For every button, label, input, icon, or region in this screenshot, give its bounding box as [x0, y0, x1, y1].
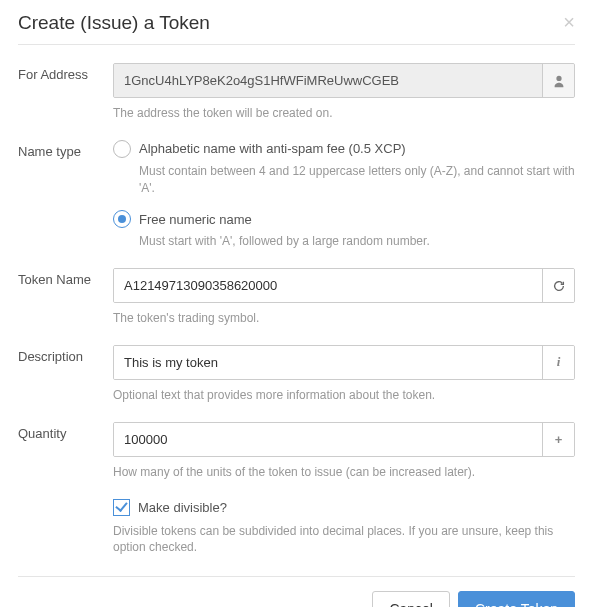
description-label: Description: [18, 345, 113, 366]
cancel-button[interactable]: Cancel: [372, 591, 450, 607]
description-input[interactable]: [114, 346, 542, 379]
nametype-label: Name type: [18, 140, 113, 161]
address-input-group: [113, 63, 575, 98]
nametype-numeric-label: Free numeric name: [139, 212, 252, 227]
divisible-label: Make divisible?: [138, 500, 227, 515]
radio-checked-icon: [113, 210, 131, 228]
nametype-numeric-help: Must start with 'A', followed by a large…: [139, 233, 575, 250]
plus-icon[interactable]: +: [542, 423, 574, 456]
nametype-alpha-help: Must contain between 4 and 12 uppercase …: [139, 163, 575, 197]
radio-unchecked-icon: [113, 140, 131, 158]
address-help: The address the token will be created on…: [113, 105, 575, 122]
nametype-alpha-label: Alphabetic name with anti-spam fee (0.5 …: [139, 141, 406, 156]
info-icon[interactable]: i: [542, 346, 574, 379]
checkbox-checked-icon: [113, 499, 130, 516]
quantity-help: How many of the units of the token to is…: [113, 464, 575, 481]
tokenname-input[interactable]: [114, 269, 542, 302]
tokenname-label: Token Name: [18, 268, 113, 289]
address-input[interactable]: [114, 64, 542, 97]
close-icon[interactable]: ×: [563, 12, 575, 32]
quantity-label: Quantity: [18, 422, 113, 443]
nametype-alpha-radio[interactable]: Alphabetic name with anti-spam fee (0.5 …: [113, 140, 575, 158]
quantity-input[interactable]: [114, 423, 542, 456]
create-token-button[interactable]: Create Token: [458, 591, 575, 607]
divisible-checkbox[interactable]: Make divisible?: [113, 499, 575, 516]
user-icon: [542, 64, 574, 97]
divisible-help: Divisible tokens can be subdivided into …: [113, 523, 575, 557]
create-token-modal: Create (Issue) a Token × For Address The…: [0, 0, 593, 607]
nametype-numeric-radio[interactable]: Free numeric name: [113, 210, 575, 228]
tokenname-help: The token's trading symbol.: [113, 310, 575, 327]
modal-footer: Cancel Create Token: [18, 576, 575, 607]
description-input-group: i: [113, 345, 575, 380]
quantity-input-group: +: [113, 422, 575, 457]
tokenname-input-group: [113, 268, 575, 303]
refresh-icon[interactable]: [542, 269, 574, 302]
modal-header: Create (Issue) a Token ×: [18, 12, 575, 45]
modal-title: Create (Issue) a Token: [18, 12, 210, 34]
address-label: For Address: [18, 63, 113, 84]
description-help: Optional text that provides more informa…: [113, 387, 575, 404]
